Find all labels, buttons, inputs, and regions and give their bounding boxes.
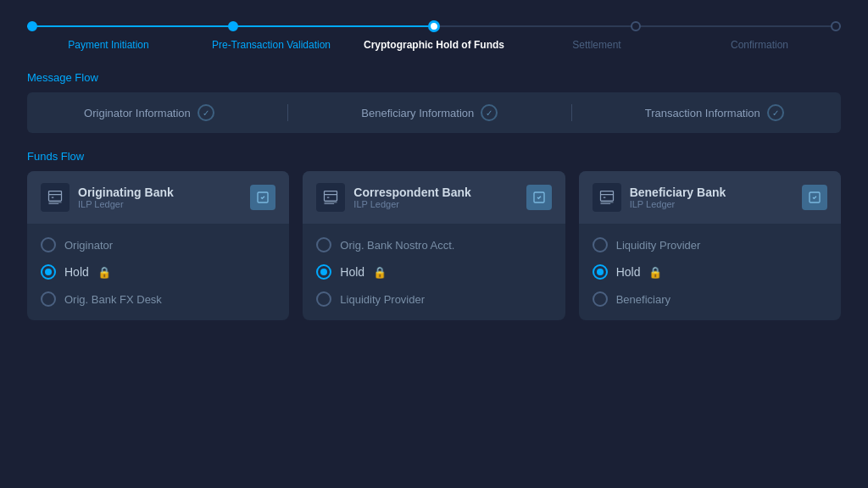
liquidity-radio[interactable] [316,291,331,307]
funds-flow-section: Funds Flow [27,150,841,320]
step-dot-3 [428,20,440,32]
step-pre-transaction[interactable] [228,21,238,31]
step-payment-initiation[interactable] [27,21,37,31]
step-confirmation[interactable] [831,21,841,31]
correspondent-hold-radio[interactable] [316,264,331,280]
beneficiary-lock-icon: 🔒 [648,266,662,279]
beneficiary-hold-radio-inner [597,269,604,275]
svg-rect-10 [600,191,613,202]
correspondent-lock-icon: 🔒 [373,266,387,279]
correspondent-bank-icon [316,183,345,212]
message-item-originator: Originator Information ✓ [84,104,214,121]
beneficiary-bank-header: Beneficiary Bank ILP Ledger [579,171,841,224]
message-divider-2 [571,104,572,121]
beneficiary-account-item: Beneficiary [593,291,827,307]
message-divider-1 [287,104,288,121]
beneficiary-bank-subtitle: ILP Ledger [630,199,726,209]
originator-info-label: Originator Information [84,107,191,119]
beneficiary-bank-title: Beneficiary Bank [630,186,726,200]
svg-rect-5 [325,191,337,202]
correspondent-bank-card: Correspondent Bank ILP Ledger Orig. Bank… [303,171,565,320]
message-flow-section: Message Flow Originator Information ✓ Be… [27,71,841,133]
message-flow-title: Message Flow [27,71,841,84]
correspondent-bank-body: Orig. Bank Nostro Acct. Hold 🔒 Liquidity… [303,224,565,320]
originating-hold-label: Hold [64,265,89,279]
correspondent-bank-badge [526,185,552,210]
originating-hold-row: Hold 🔒 [41,264,275,280]
main-container: Payment Initiation Pre-Transaction Valid… [0,0,868,488]
correspondent-hold-row: Hold 🔒 [316,264,551,280]
transaction-check-icon: ✓ [767,104,784,121]
originating-lock-icon: 🔒 [97,266,111,279]
beneficiary-bank-header-left: Beneficiary Bank ILP Ledger [593,183,726,212]
step-label-4[interactable]: Settlement [515,39,678,51]
correspondent-bank-subtitle: ILP Ledger [353,199,470,209]
beneficiary-label: Beneficiary [616,293,670,306]
step-dot-1 [27,21,37,31]
originating-bank-body: Originator Hold 🔒 Orig. Bank FX Desk [27,224,289,320]
originator-radio[interactable] [41,237,56,252]
originating-bank-header: Originating Bank ILP Ledger [27,171,289,224]
correspondent-bank-title: Correspondent Bank [353,186,470,200]
originating-bank-icon [41,183,70,212]
step-label-3[interactable]: Cryptographic Hold of Funds [353,39,515,51]
originating-fx-item: Orig. Bank FX Desk [41,291,275,307]
step-dot-5 [831,21,841,31]
originating-bank-title: Originating Bank [78,186,174,200]
progress-section: Payment Initiation Pre-Transaction Valid… [27,20,841,51]
beneficiary-hold-label: Hold [616,265,641,279]
nostro-account-item: Orig. Bank Nostro Acct. [316,237,551,252]
beneficiary-bank-icon [593,183,621,212]
liquidity-account-item: Liquidity Provider [316,291,551,307]
originator-check-icon: ✓ [198,104,214,121]
liquidity-provider-label: Liquidity Provider [616,239,701,252]
originating-fx-radio[interactable] [41,291,56,307]
originator-account-item: Originator [41,237,275,252]
funds-flow-title: Funds Flow [27,150,841,163]
message-item-transaction: Transaction Information ✓ [645,104,784,121]
beneficiary-bank-card: Beneficiary Bank ILP Ledger Liquidity Pr… [579,171,841,320]
beneficiary-hold-row: Hold 🔒 [593,264,827,280]
liquidity-label: Liquidity Provider [340,293,425,306]
beneficiary-info-label: Beneficiary Information [361,107,474,119]
originating-bank-subtitle: ILP Ledger [78,199,174,209]
originating-hold-radio[interactable] [41,264,56,280]
correspondent-bank-header-left: Correspondent Bank ILP Ledger [316,183,470,212]
nostro-radio[interactable] [316,237,331,252]
nostro-label: Orig. Bank Nostro Acct. [340,239,454,252]
step-label-5[interactable]: Confirmation [678,39,841,51]
step-labels: Payment Initiation Pre-Transaction Valid… [27,39,841,51]
originating-bank-card: Originating Bank ILP Ledger Originator [27,171,289,320]
step-dot-2 [228,21,238,31]
svg-rect-0 [49,191,62,202]
beneficiary-check-icon: ✓ [481,104,498,121]
progress-bar [27,20,841,32]
beneficiary-hold-radio[interactable] [593,264,608,280]
liquidity-provider-radio[interactable] [593,237,608,252]
originator-label: Originator [64,239,113,252]
correspondent-bank-title-group: Correspondent Bank ILP Ledger [353,186,470,210]
message-flow-bar: Originator Information ✓ Beneficiary Inf… [27,92,841,133]
message-item-beneficiary: Beneficiary Information ✓ [361,104,498,121]
step-label-1[interactable]: Payment Initiation [27,39,190,51]
cards-container: Originating Bank ILP Ledger Originator [27,171,841,320]
liquidity-provider-item: Liquidity Provider [593,237,827,252]
beneficiary-radio[interactable] [593,291,608,307]
step-cryptographic-hold[interactable] [428,20,440,32]
beneficiary-bank-body: Liquidity Provider Hold 🔒 Beneficiary [579,224,841,320]
transaction-info-label: Transaction Information [645,107,760,119]
beneficiary-bank-title-group: Beneficiary Bank ILP Ledger [630,186,726,210]
beneficiary-bank-badge [802,185,827,210]
step-dot-4 [631,21,641,31]
originating-fx-label: Orig. Bank FX Desk [64,293,162,306]
originating-bank-header-left: Originating Bank ILP Ledger [41,183,174,212]
correspondent-bank-header: Correspondent Bank ILP Ledger [303,171,565,224]
correspondent-hold-radio-inner [320,269,327,275]
step-settlement[interactable] [631,21,641,31]
correspondent-hold-label: Hold [340,265,364,279]
originating-bank-title-group: Originating Bank ILP Ledger [78,186,174,210]
originating-hold-radio-inner [45,269,52,275]
originating-bank-badge [250,185,275,210]
step-label-2[interactable]: Pre-Transaction Validation [190,39,353,51]
